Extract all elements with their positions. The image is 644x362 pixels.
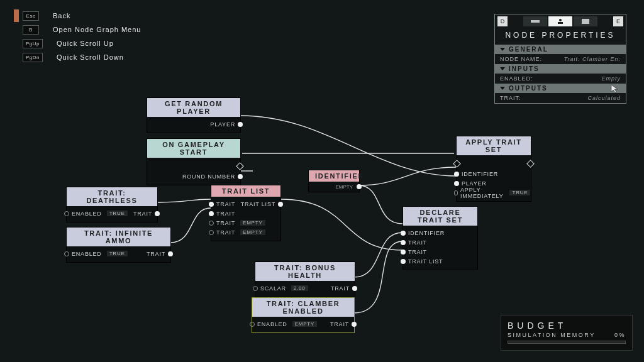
input-label: TRAIT <box>216 201 235 207</box>
output-label: TRAIT <box>330 321 349 327</box>
node-title: ON GAMEPLAY START <box>147 139 240 158</box>
panel-tab-1[interactable] <box>523 16 547 26</box>
input-label: TRAIT <box>408 239 427 246</box>
node-on-gameplay-start[interactable]: ON GAMEPLAY START ROUND NUMBER <box>147 138 241 185</box>
node-trait-deathless[interactable]: TRAIT: DEATHLESS ENABLEDTRUE TRAIT <box>66 187 158 222</box>
input-value: 2.00 <box>291 285 308 291</box>
budget-label: SIMULATION MEMORY <box>508 332 596 338</box>
output-port[interactable] <box>238 174 243 179</box>
input-label: SCALAR <box>260 285 286 292</box>
input-label: PLAYER <box>462 180 487 187</box>
input-port[interactable] <box>454 181 459 186</box>
node-title: DECLARE TRAIT SET <box>403 207 477 226</box>
svg-rect-3 <box>582 19 589 24</box>
input-port[interactable] <box>209 221 214 226</box>
node-title: TRAIT: INFINITE AMMO <box>67 228 170 246</box>
properties-panel: D E NODE PROPERTIES GENERAL NODE NAME:Tr… <box>494 14 626 104</box>
exec-in-port[interactable] <box>453 160 461 168</box>
output-port[interactable] <box>352 286 357 291</box>
output-port[interactable] <box>352 322 357 327</box>
input-value: EMPTY <box>240 220 265 226</box>
input-port[interactable] <box>209 211 214 216</box>
caret-down-icon <box>500 67 505 70</box>
input-port[interactable] <box>401 231 406 236</box>
output-label: TRAIT LIST <box>241 201 275 207</box>
section-header-inputs[interactable]: INPUTS <box>495 64 626 74</box>
input-value: TRUE <box>107 211 128 216</box>
output-label: ROUND NUMBER <box>151 173 235 180</box>
property-row[interactable]: TRAIT:Calculated <box>495 93 626 103</box>
output-port[interactable] <box>278 202 283 207</box>
property-row[interactable]: ENABLED:Empty <box>495 74 626 84</box>
output-label: TRAIT <box>147 251 165 257</box>
input-port[interactable] <box>401 250 406 255</box>
input-port[interactable] <box>401 240 406 245</box>
node-get-random-player[interactable]: GET RANDOM PLAYER PLAYER <box>147 97 241 133</box>
legend-row[interactable]: PgUp Quick Scroll Up <box>14 37 141 50</box>
budget-bar <box>508 341 626 344</box>
input-value: EMPTY <box>240 229 265 235</box>
node-identifier[interactable]: IDENTIFIER EMPTY <box>308 170 360 192</box>
input-label: ENABLED <box>257 321 287 327</box>
output-port[interactable] <box>357 184 362 189</box>
input-label: TRAIT <box>216 220 235 226</box>
output-port[interactable] <box>155 211 160 216</box>
key-esc: Esc <box>23 11 39 21</box>
panel-tab-3[interactable] <box>574 16 597 26</box>
key-pgup: PgUp <box>23 39 43 48</box>
budget-panel: BUDGET SIMULATION MEMORY 0% <box>501 315 633 351</box>
input-port[interactable] <box>250 322 255 327</box>
node-declare-trait-set[interactable]: DECLARE TRAIT SET IDENTIFIER TRAIT TRAIT… <box>402 206 478 270</box>
output-port[interactable] <box>238 122 243 127</box>
input-label: TRAIT <box>216 211 235 217</box>
node-title: TRAIT: DEATHLESS <box>67 187 157 206</box>
panel-nav-left[interactable]: D <box>497 16 508 26</box>
legend-row[interactable]: B Open Node Graph Menu <box>14 23 141 36</box>
budget-value: 0% <box>614 332 626 338</box>
input-label: IDENTIFIER <box>408 230 445 236</box>
input-port[interactable] <box>64 251 69 256</box>
section-header-general[interactable]: GENERAL <box>495 45 626 54</box>
input-port[interactable] <box>209 202 214 207</box>
legend-row[interactable]: PgDn Quick Scroll Down <box>14 51 141 63</box>
svg-point-1 <box>559 19 562 21</box>
node-title: TRAIT: CLAMBER ENABLED <box>252 298 354 317</box>
input-port[interactable] <box>209 230 214 235</box>
input-port[interactable] <box>454 172 459 177</box>
node-trait-clamber-enabled[interactable]: TRAIT: CLAMBER ENABLED ENABLEDEMPTY TRAI… <box>252 297 355 333</box>
node-apply-trait-set[interactable]: APPLY TRAIT SET IDENTIFIER PLAYER APPLY … <box>456 136 531 202</box>
legend-row[interactable]: Esc Back <box>14 9 141 22</box>
property-key: NODE NAME: <box>500 56 542 62</box>
panel-tab-2[interactable] <box>548 16 572 26</box>
input-port[interactable] <box>454 190 458 195</box>
property-row[interactable]: NODE NAME:Trait: Clamber En: <box>495 54 626 64</box>
exec-out-port[interactable] <box>526 160 535 168</box>
node-trait-list[interactable]: TRAIT LIST TRAIT TRAIT LIST TRAIT TRAITE… <box>211 185 281 241</box>
exec-out-port[interactable] <box>236 162 244 170</box>
panel-nav-right[interactable]: E <box>613 16 623 26</box>
input-value: TRUE <box>509 190 530 195</box>
property-value: Trait: Clamber En: <box>564 56 621 62</box>
input-port[interactable] <box>64 211 69 216</box>
output-port[interactable] <box>168 251 173 256</box>
svg-rect-0 <box>531 20 540 23</box>
input-port[interactable] <box>253 286 258 291</box>
input-port[interactable] <box>401 259 406 264</box>
property-key: ENABLED: <box>500 75 533 82</box>
node-title: IDENTIFIER <box>309 170 359 182</box>
input-label: ENABLED <box>72 211 102 217</box>
legend-accent <box>14 9 19 22</box>
output-label: TRAIT <box>331 285 350 292</box>
key-legend: Esc Back B Open Node Graph Menu PgUp Qui… <box>14 9 141 65</box>
key-pgdn: PgDn <box>23 53 43 62</box>
property-key: TRAIT: <box>500 95 521 101</box>
node-trait-bonus-health[interactable]: TRAIT: BONUS HEALTH SCALAR2.00 TRAIT <box>255 261 355 297</box>
node-title: GET RANDOM PLAYER <box>147 98 240 117</box>
input-label: APPLY IMMEDIATELY <box>460 187 504 199</box>
legend-label: Back <box>53 12 70 19</box>
input-label: TRAIT LIST <box>408 258 443 265</box>
node-trait-infinite-ammo[interactable]: TRAIT: INFINITE AMMO ENABLEDTRUE TRAIT <box>66 227 171 263</box>
svg-rect-2 <box>558 22 563 24</box>
caret-down-icon <box>500 87 505 90</box>
section-header-outputs[interactable]: OUTPUTS <box>495 84 626 93</box>
